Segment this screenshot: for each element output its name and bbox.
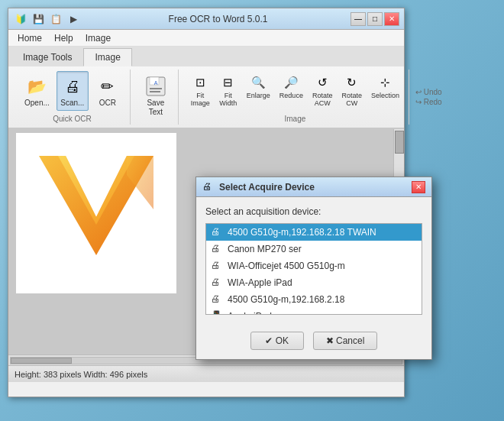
device-list[interactable]: 🖨 4500 G510g-m,192.168.2.18 TWAIN 🖨 Cano… bbox=[205, 223, 422, 315]
ok-button[interactable]: ✔ OK bbox=[250, 332, 304, 350]
undo-button[interactable]: ↩ Undo bbox=[415, 88, 442, 96]
device-item-0[interactable]: 🖨 4500 G510g-m,192.168.2.18 TWAIN bbox=[206, 224, 422, 241]
dialog-title-icon: 🖨 bbox=[202, 181, 215, 193]
dialog-body: Select an acquisition device: 🖨 4500 G51… bbox=[196, 197, 431, 324]
main-window: 🔰 💾 📋 ▶ Free OCR to Word 5.0.1 — □ ✕ Hom… bbox=[8, 8, 405, 397]
dialog-overlay: 🖨 Select Acquire Device ✕ Select an acqu… bbox=[8, 8, 404, 397]
device-label-3: WIA-Apple iPad bbox=[228, 277, 292, 288]
dialog-body-label: Select an acquisition device: bbox=[205, 206, 422, 217]
dialog-button-row: ✔ OK ✖ Cancel bbox=[196, 324, 431, 359]
dialog-close-button[interactable]: ✕ bbox=[412, 181, 425, 193]
device-icon-4: 🖨 bbox=[211, 293, 223, 306]
dialog-title-text: Select Acquire Device bbox=[219, 182, 412, 193]
device-item-5[interactable]: 📱 Apple iPad bbox=[206, 308, 422, 315]
device-item-4[interactable]: 🖨 4500 G510g-m,192.168.2.18 bbox=[206, 291, 422, 308]
dialog-title-bar: 🖨 Select Acquire Device ✕ bbox=[196, 177, 431, 197]
device-icon-3: 🖨 bbox=[211, 277, 223, 289]
select-device-dialog: 🖨 Select Acquire Device ✕ Select an acqu… bbox=[195, 176, 432, 360]
device-label-0: 4500 G510g-m,192.168.2.18 TWAIN bbox=[228, 227, 376, 238]
redo-button[interactable]: ↪ Redo bbox=[415, 98, 442, 106]
device-item-1[interactable]: 🖨 Canon MP270 ser bbox=[206, 241, 422, 257]
undo-redo-group: ↩ Undo ↪ Redo bbox=[412, 70, 445, 125]
device-label-5: Apple iPad bbox=[228, 311, 272, 315]
device-item-3[interactable]: 🖨 WIA-Apple iPad bbox=[206, 274, 422, 291]
device-label-2: WIA-Officejet 4500 G510g-m bbox=[228, 261, 345, 271]
device-label-1: Canon MP270 ser bbox=[228, 244, 302, 254]
cancel-button[interactable]: ✖ Cancel bbox=[313, 332, 378, 350]
device-icon-2: 🖨 bbox=[211, 260, 223, 272]
device-icon-0: 🖨 bbox=[211, 226, 223, 238]
device-label-4: 4500 G510g-m,192.168.2.18 bbox=[228, 294, 344, 305]
device-icon-5: 📱 bbox=[211, 310, 223, 315]
device-icon-1: 🖨 bbox=[211, 243, 223, 255]
device-item-2[interactable]: 🖨 WIA-Officejet 4500 G510g-m bbox=[206, 257, 422, 274]
